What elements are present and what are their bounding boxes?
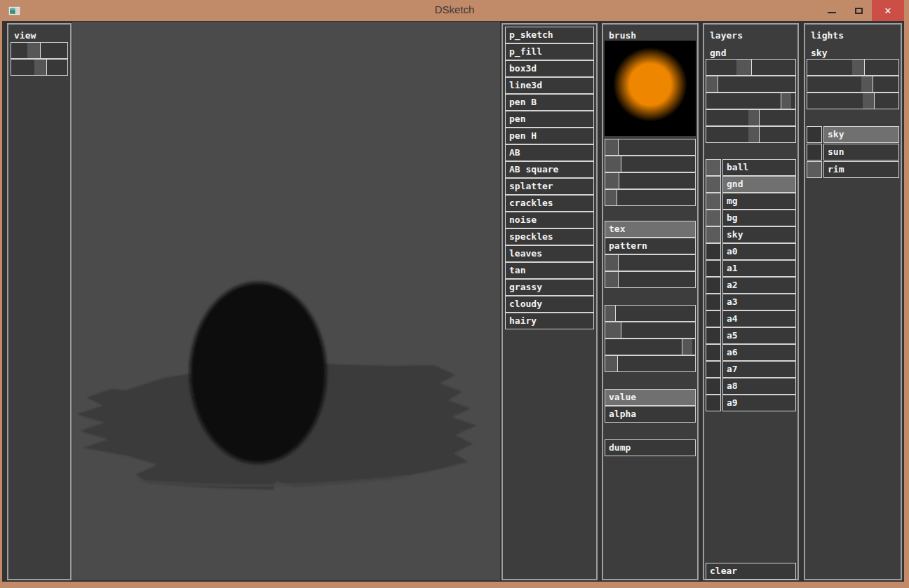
tool-button-leaves[interactable]: leaves bbox=[505, 245, 594, 262]
layer-row-a8[interactable]: a8 bbox=[722, 378, 796, 395]
opacity-slider[interactable]: opacity bbox=[605, 322, 696, 339]
tool-button-tan[interactable]: tan bbox=[505, 262, 594, 279]
layer-visibility-checkbox[interactable] bbox=[706, 226, 721, 243]
light-row-rim[interactable]: rim bbox=[823, 161, 899, 178]
roll-slider[interactable]: roll bbox=[605, 156, 696, 172]
layer-row-a6[interactable]: a6 bbox=[722, 344, 796, 361]
val-slider[interactable]: val bbox=[605, 305, 696, 322]
slider-handle[interactable] bbox=[861, 76, 873, 92]
slider-handle[interactable] bbox=[748, 127, 760, 142]
tool-button-cloudy[interactable]: cloudy bbox=[505, 296, 594, 313]
light-enable-checkbox[interactable] bbox=[807, 126, 822, 143]
tool-button-pen-b[interactable]: pen B bbox=[505, 94, 594, 111]
layer-temp-slider[interactable]: temp bbox=[706, 109, 796, 126]
slider-handle[interactable] bbox=[34, 60, 47, 75]
tool-button-hairy[interactable]: hairy bbox=[505, 313, 594, 329]
layer-brightness-slider[interactable]: brightness bbox=[706, 76, 796, 93]
layer-visibility-checkbox[interactable] bbox=[706, 395, 721, 411]
pattern-button[interactable]: pattern bbox=[605, 238, 696, 254]
size-slider[interactable]: size bbox=[605, 339, 696, 355]
layer-row-a7[interactable]: a7 bbox=[722, 361, 796, 378]
rotate-slider[interactable]: rotate bbox=[11, 59, 68, 76]
layer-row-ball[interactable]: ball bbox=[722, 159, 796, 176]
layer-row-bg[interactable]: bg bbox=[722, 210, 796, 226]
slider-handle[interactable] bbox=[27, 43, 40, 58]
slider-handle[interactable] bbox=[748, 110, 760, 125]
layer-visibility-checkbox[interactable] bbox=[706, 294, 721, 310]
tool-button-splatter[interactable]: splatter bbox=[505, 178, 594, 195]
layer-visibility-checkbox[interactable] bbox=[706, 310, 721, 327]
layer-row-mg[interactable]: mg bbox=[722, 193, 796, 210]
layer-row-a2[interactable]: a2 bbox=[722, 277, 796, 294]
layer-visibility-checkbox[interactable] bbox=[706, 210, 721, 226]
maximize-button[interactable] bbox=[845, 0, 872, 21]
tool-button-crackles[interactable]: crackles bbox=[505, 195, 594, 212]
layer-row-gnd[interactable]: gnd bbox=[722, 176, 796, 193]
heading-slider[interactable]: heading bbox=[605, 139, 696, 156]
alpha-button[interactable]: alpha bbox=[605, 406, 696, 423]
layer-visibility-checkbox[interactable] bbox=[706, 193, 721, 210]
layer-visibility-checkbox[interactable] bbox=[706, 260, 721, 277]
value-toggle[interactable]: value bbox=[605, 389, 696, 406]
minimize-button[interactable] bbox=[819, 0, 845, 21]
tool-button-speckles[interactable]: speckles bbox=[505, 228, 594, 245]
slider-handle[interactable] bbox=[605, 173, 619, 189]
slider-handle[interactable] bbox=[736, 60, 752, 75]
drawing-canvas[interactable] bbox=[72, 22, 500, 580]
layer-visibility-checkbox[interactable] bbox=[706, 361, 721, 378]
light-enable-checkbox[interactable] bbox=[807, 161, 822, 178]
tool-button-ab[interactable]: AB bbox=[505, 144, 594, 161]
close-button[interactable]: ✕ bbox=[872, 0, 904, 21]
layer-row-a3[interactable]: a3 bbox=[722, 294, 796, 310]
tool-button-pen[interactable]: pen bbox=[505, 111, 594, 128]
slider-handle[interactable] bbox=[605, 139, 619, 155]
tool-button-noise[interactable]: noise bbox=[505, 212, 594, 228]
layer-visibility-checkbox[interactable] bbox=[706, 159, 721, 176]
layer-row-a0[interactable]: a0 bbox=[722, 243, 796, 260]
tool-button-pen-h[interactable]: pen H bbox=[505, 128, 594, 144]
layer-visibility-checkbox[interactable] bbox=[706, 378, 721, 395]
tool-button-line3d[interactable]: line3d bbox=[505, 77, 594, 94]
tool-button-p_fill[interactable]: p_fill bbox=[505, 43, 594, 60]
tool-button-grassy[interactable]: grassy bbox=[505, 279, 594, 296]
slider-handle[interactable] bbox=[852, 60, 865, 75]
slider-handle[interactable] bbox=[605, 190, 617, 205]
tool-button-ab-square[interactable]: AB square bbox=[505, 161, 594, 178]
slider-handle[interactable] bbox=[781, 93, 791, 109]
random-roll-slider[interactable]: random roll bbox=[605, 254, 696, 271]
tex-toggle[interactable]: tex bbox=[605, 221, 696, 238]
blue-slider[interactable]: blue bbox=[807, 93, 899, 109]
slider-handle[interactable] bbox=[605, 156, 621, 172]
layer-shift-slider[interactable]: shift bbox=[706, 126, 796, 143]
tool-button-p_sketch[interactable]: p_sketch bbox=[505, 27, 594, 43]
layer-row-sky[interactable]: sky bbox=[722, 226, 796, 243]
layer-visibility-checkbox[interactable] bbox=[706, 277, 721, 294]
slider-handle[interactable] bbox=[682, 339, 692, 355]
light-enable-checkbox[interactable] bbox=[807, 144, 822, 160]
slider-handle[interactable] bbox=[706, 76, 718, 92]
layer-visibility-checkbox[interactable] bbox=[706, 176, 721, 193]
light-row-sky[interactable]: sky bbox=[823, 126, 899, 143]
zoom-slider[interactable]: zoom bbox=[11, 42, 68, 59]
dump-button[interactable]: dump bbox=[605, 439, 696, 456]
red-slider[interactable]: red bbox=[807, 59, 899, 76]
random-size-slider[interactable]: random size bbox=[605, 271, 696, 288]
clear-button[interactable]: clear bbox=[706, 563, 796, 580]
slider-handle[interactable] bbox=[605, 272, 619, 287]
flip-slider[interactable]: flip bbox=[605, 189, 696, 206]
layer-darkness-slider[interactable]: darkness bbox=[706, 93, 796, 109]
tool-button-box3d[interactable]: box3d bbox=[505, 60, 594, 77]
slider-handle[interactable] bbox=[605, 255, 619, 271]
layer-row-a4[interactable]: a4 bbox=[722, 310, 796, 327]
layer-row-a9[interactable]: a9 bbox=[722, 395, 796, 411]
titlebar[interactable]: DSketch ✕ bbox=[0, 0, 909, 21]
light-row-sun[interactable]: sun bbox=[823, 144, 899, 160]
layer-row-a1[interactable]: a1 bbox=[722, 260, 796, 277]
layer-visibility-checkbox[interactable] bbox=[706, 327, 721, 344]
slider-handle[interactable] bbox=[605, 322, 621, 338]
green-slider[interactable]: green bbox=[807, 76, 899, 93]
layer-opacity-slider[interactable]: opacity bbox=[706, 59, 796, 76]
layer-visibility-checkbox[interactable] bbox=[706, 243, 721, 260]
layer-row-a5[interactable]: a5 bbox=[722, 327, 796, 344]
slider-handle[interactable] bbox=[605, 356, 618, 371]
